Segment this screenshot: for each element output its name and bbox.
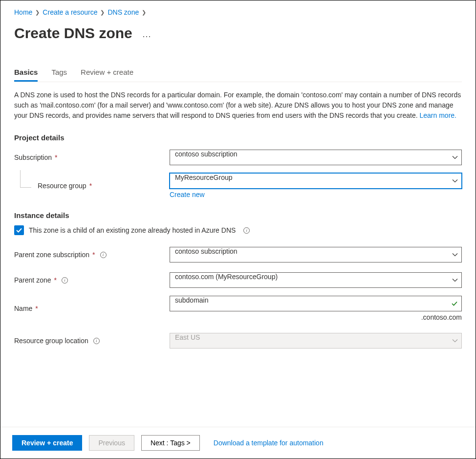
download-template-link[interactable]: Download a template for automation xyxy=(214,439,324,447)
resource-group-select[interactable]: MyResourceGroup xyxy=(170,173,462,189)
parent-zone-select[interactable]: contoso.com (MyResourceGroup) xyxy=(170,272,462,288)
name-input[interactable]: subdomain xyxy=(170,296,462,311)
breadcrumb: Home ❯ Create a resource ❯ DNS zone ❯ xyxy=(14,8,462,16)
breadcrumb-home[interactable]: Home xyxy=(14,8,32,16)
next-tags-button[interactable]: Next : Tags > xyxy=(141,435,200,451)
learn-more-link[interactable]: Learn more. xyxy=(419,111,456,119)
breadcrumb-dns-zone[interactable]: DNS zone xyxy=(108,8,139,16)
breadcrumb-create-resource[interactable]: Create a resource xyxy=(43,8,97,16)
info-icon[interactable]: i xyxy=(93,338,100,344)
info-icon[interactable]: i xyxy=(243,227,250,234)
resource-group-location-select: East US xyxy=(170,333,462,349)
required-asterisk: * xyxy=(89,182,92,190)
project-details-heading: Project details xyxy=(14,133,462,142)
parent-zone-subscription-select[interactable]: contoso subscription xyxy=(170,247,462,262)
required-asterisk: * xyxy=(54,276,57,284)
info-icon[interactable]: i xyxy=(100,252,107,258)
create-new-link[interactable]: Create new xyxy=(170,191,462,198)
info-icon[interactable]: i xyxy=(62,277,68,284)
required-asterisk: * xyxy=(92,251,95,259)
chevron-right-icon: ❯ xyxy=(142,9,146,16)
subscription-label: Subscription xyxy=(14,153,52,161)
parent-zone-subscription-label: Parent zone subscription xyxy=(14,251,89,259)
child-zone-checkbox[interactable] xyxy=(14,225,24,235)
previous-button: Previous xyxy=(89,435,134,451)
parent-zone-label: Parent zone xyxy=(14,276,51,284)
tab-review-create[interactable]: Review + create xyxy=(81,65,133,82)
chevron-right-icon: ❯ xyxy=(100,9,105,16)
tabs: Basics Tags Review + create xyxy=(14,65,462,82)
child-zone-checkbox-label: This zone is a child of an existing zone… xyxy=(29,226,236,234)
resource-group-location-label: Resource group location xyxy=(14,337,88,345)
subscription-select[interactable]: contoso subscription xyxy=(170,150,462,165)
resource-group-label: Resource group xyxy=(38,182,87,190)
footer: Review + create Previous Next : Tags > D… xyxy=(0,427,476,459)
page-title: Create DNS zone xyxy=(14,25,132,42)
instance-details-heading: Instance details xyxy=(14,211,462,219)
name-suffix: .contoso.com xyxy=(170,313,462,321)
description-body: A DNS zone is used to host the DNS recor… xyxy=(14,91,461,119)
description-text: A DNS zone is used to host the DNS recor… xyxy=(14,90,462,121)
required-asterisk: * xyxy=(35,305,38,312)
review-create-button[interactable]: Review + create xyxy=(12,435,82,451)
tab-tags[interactable]: Tags xyxy=(51,65,67,82)
more-icon[interactable]: ⋯ xyxy=(142,31,152,42)
name-label: Name xyxy=(14,305,32,312)
chevron-right-icon: ❯ xyxy=(35,9,40,16)
tab-basics[interactable]: Basics xyxy=(14,65,38,82)
required-asterisk: * xyxy=(55,153,57,161)
